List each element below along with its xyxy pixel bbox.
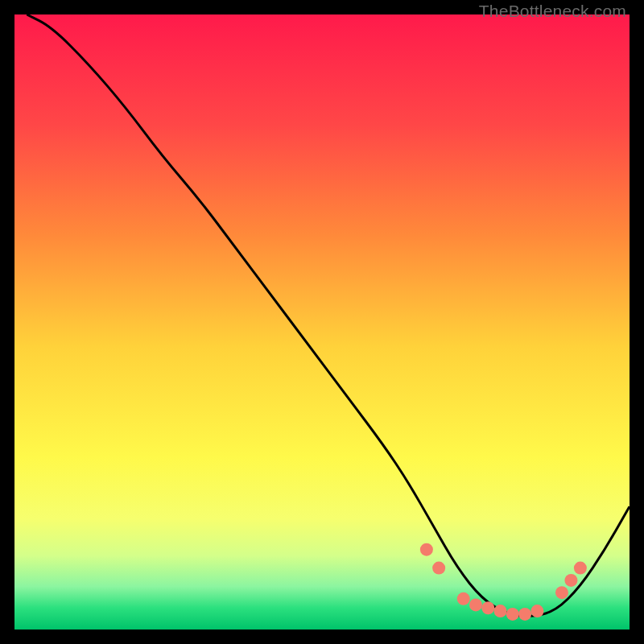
- marker-dot: [564, 574, 577, 587]
- gradient-background: [14, 14, 630, 630]
- marker-dot: [481, 601, 494, 614]
- marker-dot: [518, 608, 531, 621]
- marker-dot: [457, 592, 470, 605]
- chart-frame: [14, 14, 630, 630]
- marker-dot: [494, 605, 507, 617]
- marker-dot: [506, 608, 519, 621]
- watermark-text: TheBottleneck.com: [479, 2, 626, 21]
- marker-dot: [469, 598, 482, 611]
- bottleneck-chart: [14, 14, 630, 630]
- marker-dot: [574, 562, 587, 575]
- marker-dot: [420, 543, 433, 556]
- marker-dot: [530, 605, 543, 617]
- marker-dot: [432, 562, 445, 575]
- marker-dot: [555, 586, 568, 599]
